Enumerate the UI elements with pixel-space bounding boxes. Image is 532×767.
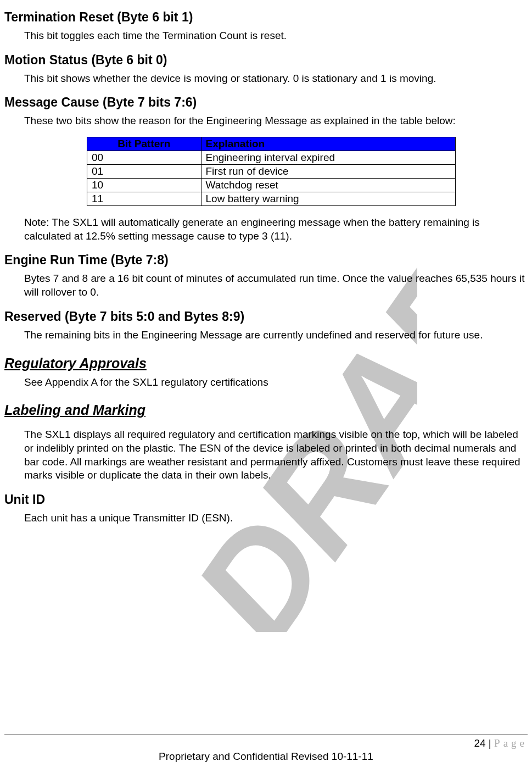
table-row: 11 Low battery warning — [87, 192, 456, 206]
body-engine-run-time: Bytes 7 and 8 are a 16 bit count of minu… — [24, 272, 528, 299]
body-motion-status: This bit shows whether the device is mov… — [24, 72, 528, 86]
cell-exp: Low battery warning — [201, 192, 455, 206]
table-header-row: Bit Pattern Explanation — [87, 137, 456, 151]
table-row: 00 Engineering interval expired — [87, 151, 456, 165]
heading-engine-run-time: Engine Run Time (Byte 7:8) — [4, 253, 528, 268]
body-reserved: The remaining bits in the Engineering Me… — [24, 329, 528, 342]
heading-regulatory-approvals: Regulatory Approvals — [4, 355, 528, 371]
body-labeling-marking: The SXL1 displays all required regulator… — [24, 428, 528, 482]
th-bit-pattern: Bit Pattern — [87, 137, 201, 151]
cell-exp: First run of device — [201, 165, 455, 179]
th-explanation: Explanation — [201, 137, 455, 151]
body-regulatory-approvals: See Appendix A for the SXL1 regulatory c… — [24, 376, 528, 390]
body-unit-id: Each unit has a unique Transmitter ID (E… — [24, 512, 528, 525]
page-footer: 24 | Page Proprietary and Confidential R… — [4, 735, 528, 763]
table-row: 01 First run of device — [87, 165, 456, 179]
heading-unit-id: Unit ID — [4, 492, 528, 507]
bit-pattern-table: Bit Pattern Explanation 00 Engineering i… — [87, 137, 456, 206]
cell-bit: 00 — [87, 151, 201, 165]
heading-message-cause: Message Cause (Byte 7 bits 7:6) — [4, 95, 528, 110]
table-row: 10 Watchdog reset — [87, 179, 456, 192]
cell-exp: Engineering interval expired — [201, 151, 455, 165]
heading-reserved: Reserved (Byte 7 bits 5:0 and Bytes 8:9) — [4, 309, 528, 324]
page-sep: | — [486, 737, 495, 749]
note-text: Note: The SXL1 will automatically genera… — [24, 216, 528, 243]
cell-bit: 11 — [87, 192, 201, 206]
body-termination-reset: This bit toggles each time the Terminati… — [24, 29, 528, 43]
footer-line: Proprietary and Confidential Revised 10-… — [4, 751, 528, 763]
heading-termination-reset: Termination Reset (Byte 6 bit 1) — [4, 10, 528, 25]
page-number: 24 — [474, 737, 485, 749]
heading-labeling-marking: Labeling and Marking — [4, 402, 528, 418]
body-message-cause: These two bits show the reason for the E… — [24, 114, 528, 128]
page-label: Page — [494, 737, 528, 749]
cell-exp: Watchdog reset — [201, 179, 455, 192]
heading-motion-status: Motion Status (Byte 6 bit 0) — [4, 53, 528, 68]
cell-bit: 10 — [87, 179, 201, 192]
cell-bit: 01 — [87, 165, 201, 179]
